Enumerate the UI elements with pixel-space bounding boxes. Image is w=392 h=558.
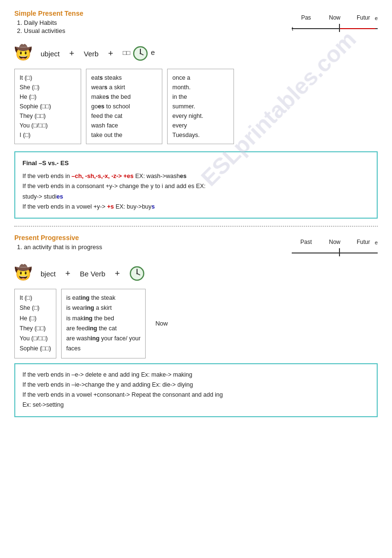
section2-item1: an activity that is in progress: [24, 243, 102, 251]
formula1-plus1: +: [69, 49, 74, 59]
formula2-row: 🤠bject + Be Verb +: [14, 264, 378, 283]
section2-header-area: Present Progressive an activity that is …: [14, 234, 378, 258]
timeline1: Pas Now Futur t e: [292, 14, 378, 34]
verb-feed: feed the cat: [91, 111, 157, 121]
time7: Tuesdays.: [172, 130, 229, 140]
verb-take: take out the: [91, 130, 157, 140]
svg-point-7: [137, 273, 138, 274]
verb-wears: wears a skirt: [91, 83, 157, 92]
section1-item1: Daily Habits: [24, 19, 83, 26]
prog-v1: is eating the steak: [66, 293, 141, 303]
prog-v6: faces: [66, 344, 141, 354]
tl2-past: Past: [292, 239, 320, 245]
subj-sophie: Sophie (□□): [20, 102, 76, 111]
section1-list: Daily Habits Usual activities: [24, 19, 83, 34]
section1-item2: Usual activities: [24, 27, 83, 34]
info-box: If the verb ends in –e-> delete e and ad…: [14, 363, 378, 417]
timeline1-bar: t e: [292, 22, 378, 34]
tl1-tick: [339, 24, 340, 32]
final-s-box: Final –S vs.- ES If the verb ends in –ch…: [14, 151, 378, 219]
section2-title: Present Progressive: [14, 234, 102, 242]
clock-svg2: [129, 266, 145, 281]
prog-v3: is making the bed: [66, 314, 141, 324]
prog-subjects-box: It (□) She (□) He (□) They (□□) You (□/□…: [14, 289, 56, 358]
verb-goes: goes to school: [91, 102, 157, 111]
subj-she: She (□): [20, 83, 76, 92]
formula2-plus1: +: [65, 269, 71, 279]
prog-subj-they: They (□□): [20, 324, 51, 334]
final-s-title: Final –S vs.- ES: [22, 158, 370, 168]
tl1-past: Pas: [292, 14, 320, 21]
boxes-row1: It (□) She (□) He (□) Sophie (□□) They (…: [14, 69, 378, 144]
final-s-rule1: If the verb ends in –ch, -sh,-s,-x, -z->…: [22, 171, 370, 181]
prog-subj-it: It (□): [20, 293, 51, 303]
prog-v5: are washing your face/ your: [66, 334, 141, 344]
tl1-future: Futur: [349, 14, 378, 21]
tl2-letter-e: e: [375, 240, 378, 245]
tl1-letter-e: e: [375, 15, 378, 21]
time6: every: [172, 121, 229, 130]
final-s-rule3: If the verb ends in a vowel +y-> +s EX: …: [22, 202, 370, 212]
formula2-subject: bject: [41, 270, 56, 278]
time4: summer.: [172, 102, 229, 111]
prog-boxes-row: It (□) She (□) He (□) They (□□) You (□/□…: [14, 289, 378, 358]
time3: in the: [172, 92, 229, 102]
timeline2-labels: Past Now Futur: [292, 239, 378, 245]
tl2-tick: [339, 248, 340, 257]
time5: every night.: [172, 111, 229, 121]
svg-point-3: [140, 53, 141, 54]
now-label: Now: [155, 320, 168, 327]
cowboy-icon1: 🤠: [14, 44, 33, 63]
formula1-verb: Verb: [84, 50, 99, 58]
subj-you: You (□/□□): [20, 121, 76, 130]
subj-they: They (□□): [20, 111, 76, 121]
section1-header-area: Simple Present Tense Daily Habits Usual …: [14, 10, 378, 38]
section1-title: Simple Present Tense: [14, 10, 83, 17]
subj-it: It (□): [20, 73, 76, 83]
subj-i: I (□): [20, 130, 76, 140]
subjects-box: It (□) She (□) He (□) Sophie (□□) They (…: [14, 69, 81, 144]
prog-subj-she: She (□): [20, 303, 51, 313]
prog-subj-you: You (□/□□): [20, 334, 51, 344]
formula1-obj-end: e: [151, 48, 155, 56]
time-box: once a month. in the summer. every night…: [167, 69, 234, 144]
prog-subj-sophie: Sophie (□□): [20, 344, 51, 354]
tl1-redline: [339, 28, 375, 29]
prog-subj-he: He (□): [20, 314, 51, 324]
info-line4: Ex: set->setting: [22, 400, 370, 410]
section2-left: Present Progressive an activity that is …: [14, 234, 102, 254]
tl2-baseline: [292, 253, 378, 253]
info-line3: If the verb ends in a vowel +consonant->…: [22, 390, 370, 400]
prog-verbs-box: is eating the steak is wearing a skirt i…: [61, 289, 146, 358]
verb-eats: eats steaks: [91, 73, 157, 83]
tl2-future: Futur: [349, 239, 378, 245]
verb-makes: makes the bed: [91, 92, 157, 102]
tl1-now: Now: [320, 14, 349, 21]
divider: [14, 226, 378, 227]
formula1-row: 🤠ubject + Verb + □□ e: [14, 44, 378, 63]
formula1-subject: ubject: [41, 50, 60, 58]
timeline2: Past Now Futur e: [292, 239, 378, 258]
prog-v2: is wearing a skirt: [66, 303, 141, 313]
prog-v4: are feeding the cat: [66, 324, 141, 334]
formula1-plus2: +: [108, 49, 113, 59]
section1-left: Simple Present Tense Daily Habits Usual …: [14, 10, 83, 38]
tl2-now: Now: [320, 239, 349, 245]
time2: month.: [172, 83, 229, 92]
section2-list: an activity that is in progress: [24, 243, 102, 251]
final-s-rule2: If the verb ends in a consonant +y-> cha…: [22, 181, 370, 202]
info-line2: If the verb ends in –ie->change the y an…: [22, 380, 370, 390]
cowboy-icon2: 🤠: [14, 264, 33, 283]
clock-svg1: [133, 46, 148, 61]
formula2-beverb: Be Verb: [80, 270, 105, 278]
formula1-obj-squares: □□ e: [123, 46, 155, 61]
subj-he: He (□): [20, 92, 76, 102]
verbs-box: eats steaks wears a skirt makes the bed …: [86, 69, 162, 144]
timeline1-labels: Pas Now Futur: [292, 14, 378, 21]
timeline2-bar: e: [292, 246, 378, 258]
tl1-letter-t: t: [292, 26, 293, 32]
time1: once a: [172, 73, 229, 83]
formula2-plus2: +: [115, 269, 120, 279]
info-line1: If the verb ends in –e-> delete e and ad…: [22, 370, 370, 380]
verb-wash: wash face: [91, 121, 157, 130]
